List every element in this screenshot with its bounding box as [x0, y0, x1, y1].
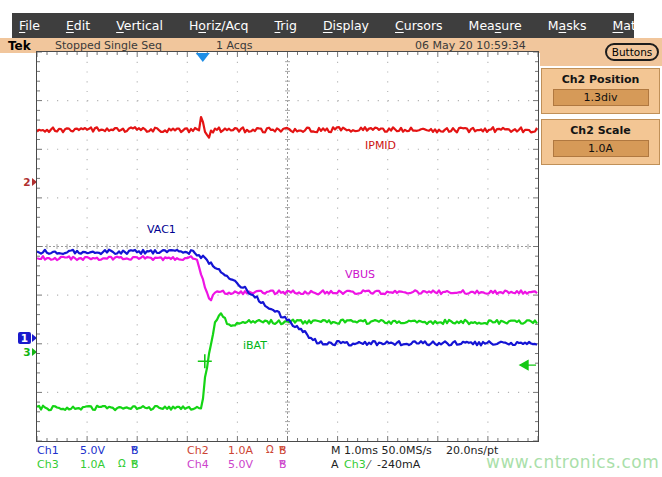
- trigger-position-marker[interactable]: [196, 53, 210, 62]
- ch2-coupling-indicator: Ω: [266, 444, 274, 455]
- menu-item-horizacq[interactable]: Horiz/Acq: [189, 18, 249, 33]
- watermark: www.cntronics.com: [486, 452, 659, 472]
- ch2-position-marker[interactable]: 2: [23, 175, 37, 189]
- ch2-position-control[interactable]: Ch2 Position 1.3div: [541, 68, 660, 114]
- trace-label-vac1: VAC1: [147, 223, 176, 236]
- trace-label-ipmid: IPMID: [365, 139, 396, 152]
- ch1-position-marker[interactable]: 1: [18, 331, 37, 345]
- ch4-readout-label[interactable]: Ch4: [187, 458, 209, 471]
- ch2-position-title: Ch2 Position: [542, 73, 659, 86]
- ch2-scale-readout[interactable]: 1.0A: [228, 444, 253, 457]
- ch1-scale-readout[interactable]: 5.0V: [80, 444, 105, 457]
- oscilloscope-screen: FileEditVerticalHoriz/AcqTrigDisplayCurs…: [0, 0, 662, 477]
- ch2-scale-value[interactable]: 1.0A: [553, 140, 649, 157]
- trace-label-vbus: VBUS: [345, 268, 375, 281]
- menu-item-math[interactable]: Math: [612, 18, 643, 33]
- timebase-readout: M 1.0ms 50.0MS/s: [331, 444, 432, 457]
- buttons-button[interactable]: Buttons: [605, 43, 659, 61]
- trigger-type-readout: A: [331, 458, 339, 471]
- ch1-readout-label[interactable]: Ch1: [37, 444, 59, 457]
- menu-item-edit[interactable]: Edit: [66, 18, 90, 33]
- ch2-scale-title: Ch2 Scale: [542, 124, 659, 137]
- ch2-scale-control[interactable]: Ch2 Scale 1.0A: [541, 119, 660, 165]
- menu-item-vertical[interactable]: Vertical: [116, 18, 163, 33]
- ch4-scale-readout[interactable]: 5.0V: [228, 458, 253, 471]
- menu-item-file[interactable]: File: [19, 18, 40, 33]
- menu-item-trig[interactable]: Trig: [275, 18, 297, 33]
- ch3-position-marker[interactable]: 3: [23, 345, 37, 359]
- menu-bar: FileEditVerticalHoriz/AcqTrigDisplayCurs…: [12, 13, 634, 38]
- menu-item-measure[interactable]: Measure: [469, 18, 522, 33]
- trigger-source-readout: Ch3: [344, 458, 366, 471]
- ch3-coupling-indicator: Ω: [118, 458, 126, 469]
- ch3-scale-readout[interactable]: 1.0A: [80, 458, 105, 471]
- ch2-position-value[interactable]: 1.3div: [553, 89, 649, 106]
- menu-item-masks[interactable]: Masks: [548, 18, 587, 33]
- channel-markers: 213: [13, 51, 37, 442]
- waveform-display: [37, 52, 538, 441]
- trigger-level-marker[interactable]: [520, 361, 536, 370]
- trace-label-ibat: iBAT: [243, 339, 267, 352]
- graticule: IPMIDVBUSiBATVAC1: [36, 51, 539, 442]
- trigger-slope-icon: /: [366, 458, 370, 471]
- menu-item-cursors[interactable]: Cursors: [395, 18, 443, 33]
- menu-item-display[interactable]: Display: [323, 18, 369, 33]
- ch2-readout-label[interactable]: Ch2: [187, 444, 209, 457]
- trigger-level-readout: -240mA: [377, 458, 420, 471]
- ch3-readout-label[interactable]: Ch3: [37, 458, 59, 471]
